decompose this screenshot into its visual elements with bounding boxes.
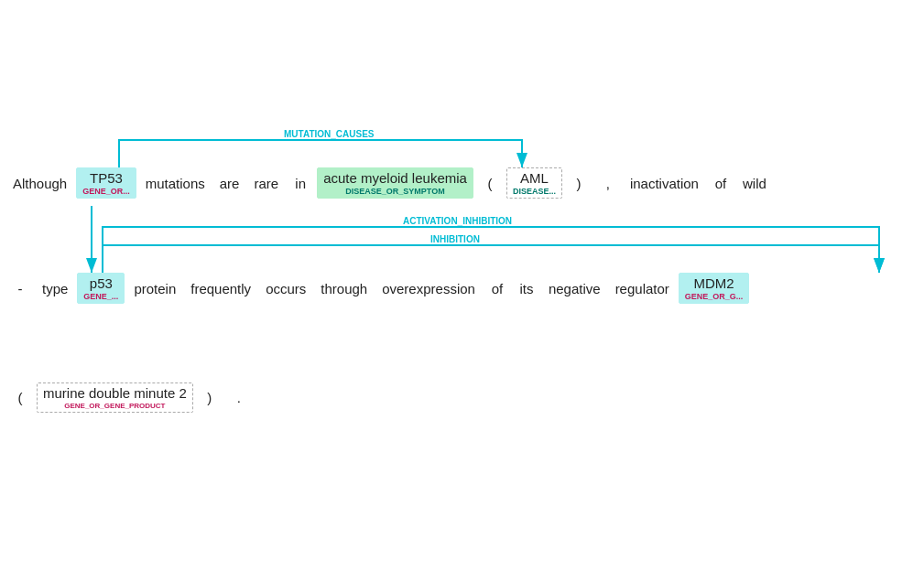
- token-through[interactable]: through: [315, 279, 373, 298]
- token-although[interactable]: Although: [7, 174, 72, 193]
- token-regulator[interactable]: regulator: [610, 279, 675, 298]
- token-overexpression[interactable]: overexpression: [376, 279, 481, 298]
- token-p53[interactable]: p53 GENE_...: [77, 273, 125, 304]
- token-occurs[interactable]: occurs: [260, 279, 311, 298]
- svg-text:INHIBITION: INHIBITION: [430, 234, 480, 244]
- token-frequently[interactable]: frequently: [185, 279, 256, 298]
- token-negative[interactable]: negative: [543, 279, 606, 298]
- row2: - type p53 GENE_... protein frequently o…: [7, 273, 749, 304]
- token-period[interactable]: .: [226, 388, 252, 407]
- token-close-paren[interactable]: ): [566, 174, 592, 193]
- token-aml[interactable]: AML DISEASE...: [506, 167, 562, 199]
- token-open-paren[interactable]: (: [477, 174, 503, 193]
- token-its[interactable]: its: [514, 279, 539, 298]
- token-are[interactable]: are: [214, 174, 245, 193]
- token-rare[interactable]: rare: [248, 174, 284, 193]
- token-mutations[interactable]: mutations: [140, 174, 211, 193]
- token-of2[interactable]: of: [484, 279, 510, 298]
- row1: Although TP53 GENE_OR... mutations are r…: [7, 167, 772, 199]
- token-type[interactable]: type: [37, 279, 73, 298]
- token-open-paren2[interactable]: (: [7, 388, 33, 407]
- svg-text:ACTIVATION_INHIBITION: ACTIVATION_INHIBITION: [403, 216, 512, 226]
- token-close-paren2[interactable]: ): [197, 388, 223, 407]
- row3: ( murine double minute 2 GENE_OR_GENE_PR…: [7, 382, 252, 413]
- token-comma[interactable]: ,: [595, 174, 621, 193]
- token-mdm2[interactable]: MDM2 GENE_OR_G...: [679, 273, 750, 304]
- token-wild[interactable]: wild: [737, 174, 772, 193]
- svg-text:MUTATION_CAUSES: MUTATION_CAUSES: [284, 129, 375, 139]
- token-of1[interactable]: of: [708, 174, 734, 193]
- token-protein[interactable]: protein: [128, 279, 181, 298]
- token-in[interactable]: in: [288, 174, 313, 193]
- token-tp53[interactable]: TP53 GENE_OR...: [76, 167, 136, 199]
- diagram-container: MUTATION_CAUSES ACTIVATION_INHIBITION IN…: [0, 0, 924, 571]
- token-inactivation[interactable]: inactivation: [625, 174, 704, 193]
- token-murine[interactable]: murine double minute 2 GENE_OR_GENE_PROD…: [37, 382, 193, 413]
- token-dash[interactable]: -: [7, 279, 33, 298]
- token-aml-full[interactable]: acute myeloid leukemia DISEASE_OR_SYMPTO…: [317, 167, 473, 199]
